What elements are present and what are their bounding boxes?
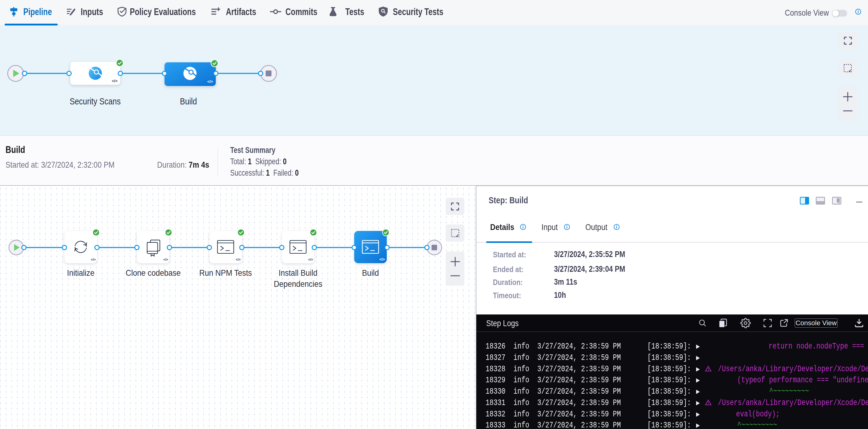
svg-text:</>: </>: [379, 257, 385, 262]
svg-text:</>: </>: [236, 258, 241, 261]
svg-text:</>: </>: [91, 258, 96, 261]
svg-text:</>: </>: [112, 79, 118, 83]
svg-text:Run NPM Tests: Run NPM Tests: [199, 268, 252, 278]
svg-text:</>: </>: [163, 258, 168, 261]
svg-text:Clone codebase: Clone codebase: [126, 268, 181, 278]
svg-text:</>: </>: [308, 258, 313, 261]
svg-text:Dependencies: Dependencies: [274, 279, 322, 289]
svg-text:Security Scans: Security Scans: [70, 96, 121, 106]
svg-text:</>: </>: [207, 79, 213, 84]
svg-text:Install Build: Install Build: [279, 268, 318, 278]
svg-text:Build: Build: [362, 268, 379, 278]
svg-text:Build: Build: [180, 96, 197, 106]
svg-text:Initialize: Initialize: [67, 268, 94, 278]
